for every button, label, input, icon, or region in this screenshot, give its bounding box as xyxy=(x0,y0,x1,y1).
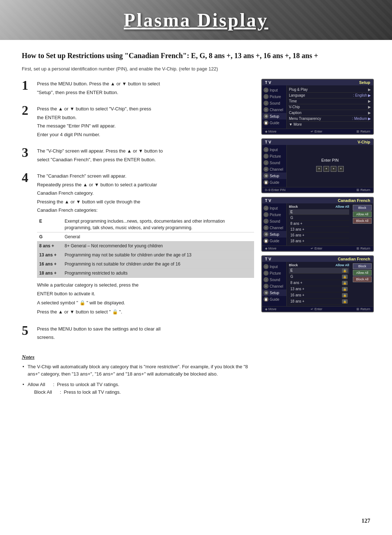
step-4-line-5: Canadian French categories: xyxy=(37,207,254,214)
allow-all-button-2[interactable]: Allow All xyxy=(353,270,372,276)
tv-section-3: Canadian French xyxy=(338,198,370,203)
menu-item: Plug & Play▶ xyxy=(289,87,371,93)
table-row: 13 ans + Programming may not be suitable… xyxy=(37,250,254,259)
sidebar-item: □ Picture xyxy=(262,153,286,159)
sound-icon: ♪ xyxy=(264,277,269,282)
step-5-number: 5 xyxy=(22,324,33,337)
step-2-content: Press the ▲ or ▼ button to select "V-Chi… xyxy=(37,104,254,139)
menu-item: ▼ More xyxy=(289,122,371,127)
step-2-line-3: The message "Enter PIN" will appear. xyxy=(37,122,254,130)
tv-screen-1-body: ◁ Input □ Picture ♪ Sound ≡ Channel ⚙ Se… xyxy=(262,85,373,129)
page-heading: How to Set up Restrictions using "Canadi… xyxy=(22,51,374,60)
cf-main-4: Block Allow All E🔒 G🔒 8 ans +🔒 13 ans +🔒… xyxy=(287,262,351,306)
channel-icon: ≡ xyxy=(264,225,269,230)
sidebar-item: ◁ Input xyxy=(262,263,286,270)
menu-item: Language: English ▶ xyxy=(289,93,371,98)
sidebar-item: ♪ Sound xyxy=(262,100,286,106)
input-icon: ◁ xyxy=(264,206,269,211)
tv-screen-4-header: T V Canadian French xyxy=(262,256,373,262)
sound-icon: ♪ xyxy=(264,219,269,224)
intro-text: First, set up a personal identification … xyxy=(22,66,374,72)
cat-desc-e: Exempt programming includes...news, spor… xyxy=(62,217,254,232)
block-button-2[interactable]: Block xyxy=(353,263,372,269)
guide-icon: 📋 xyxy=(264,120,269,125)
table-row: 16 ans + Programming is not suitable for… xyxy=(37,259,254,268)
main-content: How to Set up Restrictions using "Canadi… xyxy=(0,40,392,410)
block-button[interactable]: Block xyxy=(353,205,372,211)
step-5-line-2: screens. xyxy=(37,334,254,341)
sidebar-item: □ Picture xyxy=(262,93,286,100)
cat-label-g: G xyxy=(37,232,62,241)
sidebar-item: ◁ Input xyxy=(262,87,286,93)
cf-item-8: 8 ans + xyxy=(289,221,349,227)
sidebar-item: ♪ Sound xyxy=(262,276,286,283)
list-item: Allow All : Press to unlock all TV ratin… xyxy=(22,381,254,396)
sidebar-item: □ Picture xyxy=(262,211,286,218)
tv-screen-setup: T V Setup ◁ Input □ Picture ♪ Sound ≡ Ch… xyxy=(261,79,374,135)
channel-icon: ≡ xyxy=(264,167,269,172)
cf-item-8-2: 8 ans +🔒 xyxy=(289,280,349,286)
step-1-line-2: "Setup", then press the ENTER button. xyxy=(37,89,254,96)
footer-move: ◈ Move xyxy=(265,247,277,250)
pin-dots: • • • • xyxy=(316,166,344,172)
sidebar-item: ♪ Sound xyxy=(262,159,286,166)
cf-buttons-3: Block Allow All Block All xyxy=(351,203,373,246)
allow-all-button[interactable]: Allow All xyxy=(353,211,372,217)
picture-icon: □ xyxy=(264,154,269,159)
sidebar-item: 📋 Guide xyxy=(262,238,286,244)
sidebar-item: ♪ Sound xyxy=(262,218,286,224)
step-5-content: Press the MENU button to save the settin… xyxy=(37,324,254,343)
tv-main-1: Plug & Play▶ Language: English ▶ Time▶ V… xyxy=(287,85,373,129)
tv-sidebar-4: ◁ Input □ Picture ♪ Sound ≡ Channel ⚙ Se… xyxy=(262,262,287,306)
lock-icon: 🔒 xyxy=(342,287,348,291)
block-all-button-2[interactable]: Block All xyxy=(353,276,372,282)
step-1: 1 Press the MENU button. Press the ▲ or … xyxy=(22,79,254,97)
table-row: E Exempt programming includes...news, sp… xyxy=(37,217,254,232)
step-2: 2 Press the ▲ or ▼ button to select "V-C… xyxy=(22,104,254,139)
channel-icon: ≡ xyxy=(264,284,269,289)
table-row: G General xyxy=(37,232,254,241)
tv-screen-3-body: ◁ Input □ Picture ♪ Sound ≡ Channel ⚙ Se… xyxy=(262,203,373,246)
tv-screen-vchip: T V V-Chip ◁ Input □ Picture ♪ Sound ≡ C… xyxy=(261,138,374,193)
table-row: 18 ans + Programming restricted to adult… xyxy=(37,268,254,277)
cf-item-g: G xyxy=(289,215,349,221)
tv-label-1: T V xyxy=(265,80,271,85)
block-all-button[interactable]: Block All xyxy=(353,218,372,224)
menu-item: Menu Transparency: Medium ▶ xyxy=(289,116,371,122)
pin-dot-3: • xyxy=(331,166,336,172)
tv-screen-cf2: T V Canadian French ◁ Input □ Picture ♪ … xyxy=(261,255,374,312)
step-4: 4 The "Canadian French" screen will appe… xyxy=(22,171,254,317)
step-3-line-1: The "V-Chip" screen will appear. Press t… xyxy=(37,147,254,155)
cat-desc-16: Programming is not suitable for children… xyxy=(62,259,254,268)
sidebar-item: ◁ Input xyxy=(262,205,286,211)
tv-main-2: Enter PIN • • • • xyxy=(287,145,373,187)
block-header: Block xyxy=(289,205,298,208)
footer-return: ⊞ Return xyxy=(356,247,370,250)
cf-buttons-4: Block Allow All Block All xyxy=(351,262,373,306)
sidebar-item: ≡ Channel xyxy=(262,166,286,173)
step-3-number: 3 xyxy=(22,146,33,159)
footer-pin: 0–9 Enter PIN xyxy=(265,188,286,192)
cf-item-16: 16 ans + xyxy=(289,232,349,238)
sound-icon: ♪ xyxy=(264,101,269,106)
tv-screen-2-header: T V V-Chip xyxy=(262,139,373,145)
input-icon: ◁ xyxy=(264,264,269,269)
cf-item-16-2: 16 ans +🔒 xyxy=(289,292,349,299)
step-2-line-4: Enter your 4 digit PIN number. xyxy=(37,131,254,138)
tv-label-2: T V xyxy=(265,140,271,144)
allowall-header: Allow All xyxy=(335,263,349,267)
step-1-line-1: Press the MENU button. Press the ▲ or ▼ … xyxy=(37,80,254,88)
footer-return: ⊞ Return xyxy=(356,307,370,311)
sidebar-item: 📋 Guide xyxy=(262,296,286,303)
tv-screen-2-body: ◁ Input □ Picture ♪ Sound ≡ Channel ⚙ Se… xyxy=(262,145,373,187)
footer-move: ◈ Move xyxy=(265,307,277,311)
lock-icon: 🔒 xyxy=(342,268,348,273)
lock-icon: 🔒 xyxy=(342,299,348,304)
step-3-line-2: select "Canadian French", then press the… xyxy=(37,156,254,163)
sidebar-item: 📋 Guide xyxy=(262,179,286,186)
list-item: The V-Chip will automatically block any … xyxy=(22,363,254,378)
tv-footer-1: ◈ Move ↵ Enter ⊞ Return xyxy=(262,129,373,134)
step-1-content: Press the MENU button. Press the ▲ or ▼ … xyxy=(37,79,254,97)
sidebar-item-active: ⚙ Setup xyxy=(262,113,286,119)
cat-label-16: 16 ans + xyxy=(37,259,62,268)
